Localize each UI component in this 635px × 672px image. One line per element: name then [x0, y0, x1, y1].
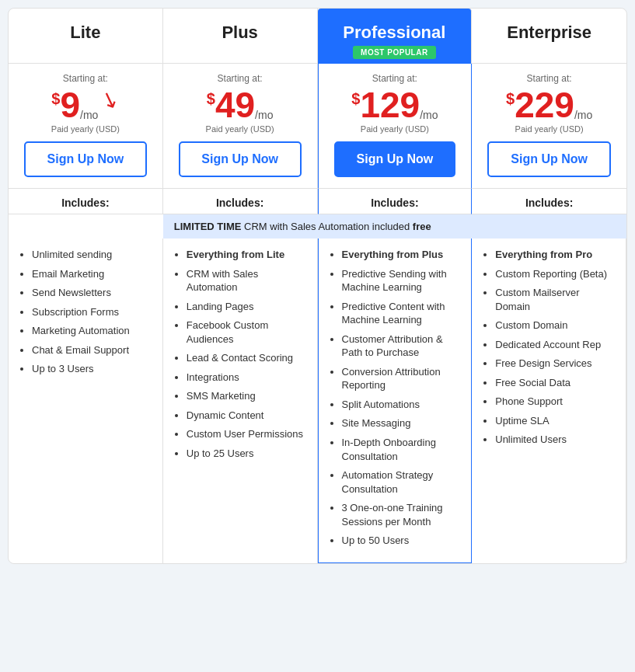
list-item: Subscription Forms: [32, 305, 152, 319]
amount-lite: 9: [60, 87, 80, 123]
popular-badge: MOST POPULAR: [353, 46, 436, 59]
banner-emphasis: free: [413, 221, 431, 232]
signup-button-plus[interactable]: Sign Up Now: [179, 141, 302, 177]
period-plus: /mo: [255, 109, 273, 121]
period-lite: /mo: [80, 109, 98, 121]
plan-header-enterprise: Enterprise: [472, 9, 626, 64]
banner-text: CRM with Sales Automation included: [241, 221, 412, 232]
features-plus: Everything from Lite CRM with Sales Auto…: [163, 239, 318, 563]
list-item: Uptime SLA: [495, 414, 615, 428]
limited-time-banner: LIMITED TIME CRM with Sales Automation i…: [163, 214, 626, 239]
list-item: Integrations: [187, 371, 306, 385]
plan-header-lite: Lite: [9, 9, 163, 64]
list-item: Landing Pages: [187, 300, 306, 314]
banner-highlight: LIMITED TIME: [174, 221, 242, 232]
amount-pro: 129: [360, 87, 420, 123]
dollar-ent: $: [506, 90, 515, 108]
dollar-plus: $: [207, 90, 215, 108]
list-item: Unlimited Users: [495, 433, 615, 447]
list-item: Unlimited sending: [32, 248, 152, 262]
paid-yearly-plus: Paid yearly (USD): [171, 124, 309, 134]
list-item: Up to 50 Users: [342, 534, 461, 548]
list-item: Lead & Contact Scoring: [187, 351, 306, 365]
list-item: Email Marketing: [32, 267, 152, 281]
plan-name-enterprise: Enterprise: [507, 23, 591, 42]
paid-yearly-lite: Paid yearly (USD): [16, 124, 155, 134]
amount-plus: 49: [215, 87, 255, 123]
plan-name-lite: Lite: [70, 23, 100, 42]
includes-label-lite: Includes:: [9, 188, 163, 214]
feature-list-pro: Everything from Plus Predictive Sending …: [330, 248, 461, 548]
list-item: Predictive Content with Machine Learning: [342, 300, 461, 327]
plan-pricing-pro: Starting at: $ 129 /mo Paid yearly (USD)…: [318, 64, 473, 188]
list-item: Up to 25 Users: [187, 447, 306, 461]
list-item: Marketing Automation: [32, 324, 152, 338]
signup-button-lite[interactable]: Sign Up Now: [24, 141, 147, 177]
list-item: Chat & Email Support: [32, 343, 152, 357]
dollar-lite: $: [51, 90, 60, 108]
list-item: Customer Attribution & Path to Purchase: [342, 333, 461, 360]
plan-pricing-lite: Starting at: $ 9 /mo ↘ Paid yearly (USD)…: [9, 64, 163, 188]
list-item: Dynamic Content: [187, 409, 306, 423]
includes-label-pro: Includes:: [318, 188, 473, 214]
list-item: Custom Mailserver Domain: [495, 286, 615, 313]
features-pro: Everything from Plus Predictive Sending …: [318, 239, 473, 563]
price-row-lite: $ 9 /mo ↘: [16, 87, 155, 123]
list-item: Conversion Attribution Reporting: [342, 365, 461, 392]
price-row-pro: $ 129 /mo: [326, 87, 464, 123]
list-item: In-Depth Onboarding Consultation: [342, 436, 461, 463]
amount-ent: 229: [515, 87, 574, 123]
starting-at-ent: Starting at:: [480, 73, 619, 84]
list-item: Custom Reporting (Beta): [495, 267, 615, 281]
feature-list-plus: Everything from Lite CRM with Sales Auto…: [174, 248, 306, 461]
features-lite: Unlimited sending Email Marketing Send N…: [9, 239, 163, 563]
plan-header-plus: Plus: [163, 9, 318, 64]
dollar-pro: $: [351, 90, 360, 108]
feature-list-lite: Unlimited sending Email Marketing Send N…: [19, 248, 152, 376]
list-item: Facebook Custom Audiences: [187, 319, 306, 346]
period-ent: /mo: [574, 109, 592, 121]
plan-name-plus: Plus: [222, 23, 257, 42]
list-item: Automation Strategy Consultation: [342, 468, 461, 496]
list-item: Free Design Services: [495, 357, 615, 371]
arrow-lite: ↘: [97, 85, 123, 115]
starting-at-pro: Starting at:: [326, 73, 464, 84]
list-item: Everything from Pro: [495, 248, 615, 262]
paid-yearly-ent: Paid yearly (USD): [480, 124, 619, 134]
pricing-table: Lite Plus Professional MOST POPULAR Ente…: [8, 8, 627, 564]
signup-button-pro[interactable]: Sign Up Now: [334, 141, 456, 177]
list-item: SMS Marketing: [187, 389, 306, 403]
price-row-ent: $ 229 /mo: [480, 87, 619, 123]
list-item: Everything from Lite: [187, 248, 306, 262]
list-item: Custom User Permissions: [187, 427, 306, 441]
list-item: Site Messaging: [342, 416, 461, 430]
paid-yearly-pro: Paid yearly (USD): [326, 124, 464, 134]
list-item: Everything from Plus: [342, 248, 461, 262]
period-pro: /mo: [420, 109, 438, 121]
list-item: Send Newsletters: [32, 286, 152, 300]
features-enterprise: Everything from Pro Custom Reporting (Be…: [472, 239, 626, 563]
plan-header-professional: Professional MOST POPULAR: [318, 9, 473, 64]
plan-pricing-enterprise: Starting at: $ 229 /mo Paid yearly (USD)…: [472, 64, 626, 188]
list-item: Split Automations: [342, 398, 461, 412]
list-item: Phone Support: [495, 395, 615, 409]
starting-at-lite: Starting at:: [16, 73, 155, 84]
list-item: Dedicated Account Rep: [495, 338, 615, 352]
list-item: CRM with Sales Automation: [187, 267, 306, 294]
list-item: Custom Domain: [495, 319, 615, 333]
plan-name-professional: Professional: [326, 23, 464, 43]
list-item: 3 One-on-one Training Sessions per Month: [342, 501, 461, 528]
includes-label-ent: Includes:: [472, 188, 626, 214]
price-row-plus: $ 49 /mo: [171, 87, 309, 123]
list-item: Free Social Data: [495, 376, 615, 390]
plan-pricing-plus: Starting at: $ 49 /mo Paid yearly (USD) …: [163, 64, 318, 188]
includes-label-plus: Includes:: [163, 188, 318, 214]
list-item: Up to 3 Users: [32, 362, 152, 376]
starting-at-plus: Starting at:: [171, 73, 309, 84]
list-item: Predictive Sending with Machine Learning: [342, 267, 461, 294]
signup-button-enterprise[interactable]: Sign Up Now: [487, 141, 611, 177]
feature-list-ent: Everything from Pro Custom Reporting (Be…: [483, 248, 615, 447]
